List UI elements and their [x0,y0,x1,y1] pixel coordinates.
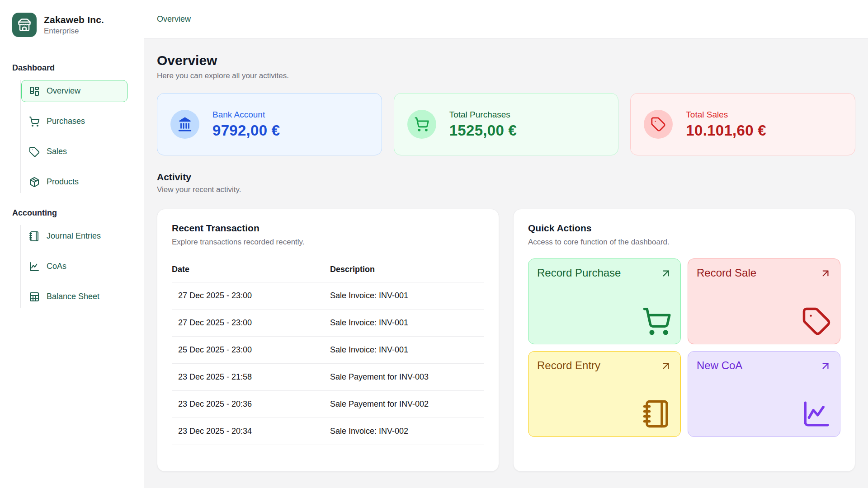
arrow-up-right-icon [820,267,831,279]
shopping-cart-icon [407,110,436,139]
sidebar-item-label: Overview [47,86,80,96]
store-icon [12,13,37,37]
sidebar-item-label: Purchases [47,117,85,126]
tag-icon [29,146,40,157]
table-row: 27 Dec 2025 - 23:00 Sale Invoice: INV-00… [172,310,484,337]
action-label: Record Entry [537,359,672,372]
stat-value: 1525,00 € [449,122,517,139]
stat-value: 9792,00 € [212,122,280,139]
topbar: Overview [144,0,868,38]
stat-text: Total Purchases 1525,00 € [449,110,517,139]
page-title: Overview [157,53,855,68]
sidebar-item-label: Balance Sheet [47,292,99,301]
table-row: 25 Dec 2025 - 23:00 Sale Invoice: INV-00… [172,337,484,364]
company-plan: Enterprise [44,27,104,36]
sidebar-item-coas[interactable]: CoAs [21,255,127,277]
transactions-table: Date Description 27 Dec 2025 - 23:00 Sal… [172,258,484,445]
tx-description: Sale Invoice: INV-002 [330,418,484,445]
stat-label: Total Purchases [449,110,517,120]
tx-date: 23 Dec 2025 - 20:36 [172,391,330,418]
stat-card-bank-account: Bank Account 9792,00 € [157,93,382,155]
recent-transactions-panel: Recent Transaction Explore transactions … [157,209,499,472]
sidebar: Zakaweb Inc. Enterprise Dashboard Overvi… [0,0,144,488]
sidebar-item-label: Journal Entries [47,231,101,241]
table-header-row: Date Description [172,258,484,282]
page-subtitle: Here you can explore all your activites. [157,71,855,80]
tx-description: Sale Invoice: INV-001 [330,282,484,310]
layout-dashboard-icon [29,86,40,97]
app-window: Zakaweb Inc. Enterprise Dashboard Overvi… [0,0,868,488]
action-label: New CoA [697,359,831,372]
table-row: 23 Dec 2025 - 20:36 Sale Payement for IN… [172,391,484,418]
company-name: Zakaweb Inc. [44,14,104,25]
stat-card-total-purchases: Total Purchases 1525,00 € [394,93,619,155]
quick-actions-subtitle: Access to core function of the dashboard… [528,238,840,247]
tx-date: 25 Dec 2025 - 23:00 [172,337,330,364]
tx-description: Sale Payement for INV-002 [330,391,484,418]
tx-date: 23 Dec 2025 - 20:34 [172,418,330,445]
stat-value: 10.101,60 € [686,122,766,139]
tx-description: Sale Invoice: INV-001 [330,337,484,364]
quick-actions-panel: Quick Actions Access to core function of… [513,209,855,472]
action-label: Record Purchase [537,267,672,279]
sidebar-item-purchases[interactable]: Purchases [21,110,127,132]
stat-cards-row: Bank Account 9792,00 € Total Purchases 1… [157,93,855,155]
action-label: Record Sale [697,267,831,279]
arrow-up-right-icon [820,360,831,372]
accounting-nav-items: Journal Entries CoAs Balance Sheet [20,225,134,308]
table-row: 23 Dec 2025 - 20:34 Sale Invoice: INV-00… [172,418,484,445]
shopping-cart-icon [642,306,672,336]
package-icon [29,177,40,188]
nav-section-dashboard: Dashboard [12,63,134,73]
transactions-subtitle: Explore transactions recorded recently. [172,238,484,247]
sidebar-item-label: Sales [47,147,67,156]
sidebar-item-journal-entries[interactable]: Journal Entries [21,225,127,247]
shopping-cart-icon [29,116,40,127]
company-brand: Zakaweb Inc. Enterprise [12,13,134,37]
sidebar-item-label: CoAs [47,262,66,271]
nav-section-accounting: Accounting [12,208,134,218]
sidebar-item-balance-sheet[interactable]: Balance Sheet [21,286,127,308]
stat-label: Bank Account [212,110,280,120]
activity-panels: Recent Transaction Explore transactions … [157,209,855,472]
main-column: Overview Overview Here you can explore a… [144,0,868,488]
tag-icon [644,110,673,139]
sheet-icon [29,291,40,302]
quick-actions-title: Quick Actions [528,223,840,234]
stat-card-total-sales: Total Sales 10.101,60 € [630,93,855,155]
tx-date: 27 Dec 2025 - 23:00 [172,282,330,310]
sidebar-item-sales[interactable]: Sales [21,141,127,163]
record-sale-button[interactable]: Record Sale [688,258,840,344]
chart-line-icon [802,399,831,429]
transactions-title: Recent Transaction [172,223,484,234]
breadcrumb[interactable]: Overview [157,14,191,24]
notebook-icon [29,231,40,242]
activity-subtitle: View your recent activity. [157,185,855,194]
sidebar-item-label: Products [47,177,79,187]
main-content: Overview Here you can explore all your a… [144,38,868,488]
sidebar-item-overview[interactable]: Overview [21,80,127,102]
tx-date: 27 Dec 2025 - 23:00 [172,310,330,337]
sidebar-item-products[interactable]: Products [21,171,127,193]
column-header-description: Description [330,258,484,282]
chart-line-icon [29,261,40,272]
record-entry-button[interactable]: Record Entry [528,351,681,437]
table-row: 27 Dec 2025 - 23:00 Sale Invoice: INV-00… [172,282,484,310]
tx-description: Sale Payement for INV-003 [330,364,484,391]
quick-actions-grid: Record Purchase Record Sale Record Entry [528,258,840,437]
notebook-icon [642,399,672,429]
arrow-up-right-icon [660,267,672,279]
bank-icon [170,110,199,139]
dashboard-nav-items: Overview Purchases Sales Products [20,80,134,193]
new-coa-button[interactable]: New CoA [688,351,840,437]
arrow-up-right-icon [660,360,672,372]
column-header-date: Date [172,258,330,282]
stat-text: Total Sales 10.101,60 € [686,110,766,139]
record-purchase-button[interactable]: Record Purchase [528,258,681,344]
tag-icon [802,306,831,336]
stat-label: Total Sales [686,110,766,120]
tx-date: 23 Dec 2025 - 21:58 [172,364,330,391]
activity-title: Activity [157,172,855,183]
company-info: Zakaweb Inc. Enterprise [44,14,104,36]
table-row: 23 Dec 2025 - 21:58 Sale Payement for IN… [172,364,484,391]
